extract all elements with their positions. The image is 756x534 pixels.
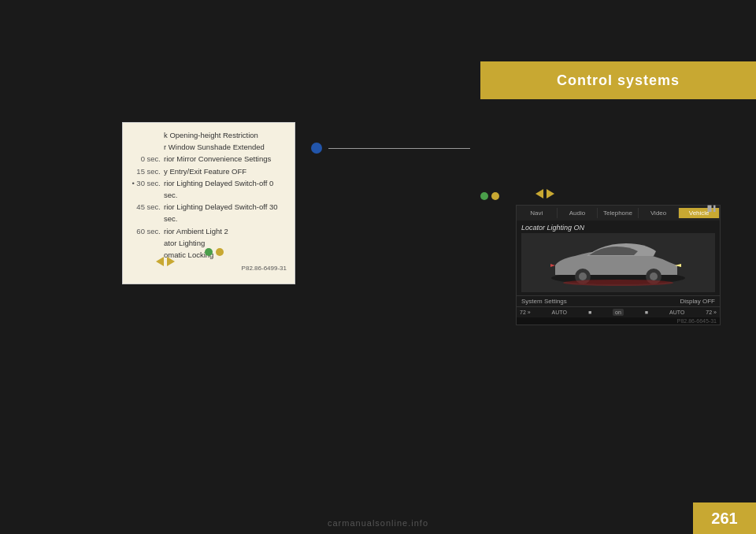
nav-dots-left	[205, 248, 224, 256]
doc-row-1: k Opening-height Restriction	[131, 129, 287, 141]
doc-row-3: 0 sec. rior Mirror Convenience Settings	[131, 153, 287, 165]
locator-text: Locator Lighting ON	[521, 224, 715, 232]
mid-line	[328, 148, 470, 149]
mid-arrow-left-icon[interactable]	[536, 189, 543, 198]
bottom-bar-item-1[interactable]: 72 »	[520, 310, 531, 315]
mid-dot-green	[480, 192, 488, 200]
bottom-bar-item-5[interactable]: ■	[645, 310, 648, 315]
bottom-bar-item-4[interactable]: on	[613, 309, 624, 316]
tab-audio[interactable]: Audio	[558, 208, 598, 218]
bottom-bar-item-6[interactable]: AUTO	[669, 310, 684, 315]
doc-panel: k Opening-height Restriction r Window Su…	[122, 122, 295, 284]
control-systems-tab: Control systems	[480, 61, 756, 99]
bottom-bar-item-2[interactable]: AUTO	[552, 310, 567, 315]
blue-dot	[311, 143, 322, 154]
bottom-bar-item-3[interactable]: ■	[588, 310, 591, 315]
doc-row-2: r Window Sunshade Extended	[131, 141, 287, 153]
nav-dots-mid	[480, 192, 499, 200]
svg-point-2	[579, 273, 587, 280]
mid-section	[311, 140, 470, 154]
tab-video[interactable]: Video	[639, 208, 680, 218]
doc-row-7: 60 sec. rior Ambient Light 2	[131, 225, 287, 237]
control-systems-title: Control systems	[557, 72, 680, 89]
header-bar	[0, 0, 756, 35]
nav-arrows-left[interactable]	[156, 257, 175, 266]
car-display: Navi Audio Telephone Video Vehicle ▐▌▌ L…	[516, 205, 721, 325]
arrow-left-icon[interactable]	[156, 257, 164, 266]
page-number: 261	[693, 502, 756, 534]
car-image-area	[521, 233, 715, 292]
svg-point-4	[650, 273, 658, 280]
car-display-header: Navi Audio Telephone Video Vehicle ▐▌▌	[517, 206, 720, 221]
doc-ref: P82.86-6499-31	[131, 264, 287, 274]
car-ref: P82.86-6645-31	[517, 317, 720, 324]
mid-dot-yellow	[491, 192, 499, 200]
car-display-footer: System Settings Display OFF	[517, 295, 720, 306]
battery-icon: ▐▌▌	[706, 206, 717, 211]
svg-point-5	[563, 280, 673, 286]
doc-row-8: ator Lighting	[131, 237, 287, 249]
bottom-bar-item-7[interactable]: 72 »	[706, 310, 717, 315]
car-display-bottom-bar: 72 » AUTO ■ on ■ AUTO 72 »	[517, 306, 720, 317]
dot-yellow	[216, 248, 224, 256]
system-settings-label[interactable]: System Settings	[521, 298, 567, 305]
car-display-content: Locator Lighting ON	[517, 221, 720, 295]
doc-row-4: 15 sec. y Entry/Exit Feature OFF	[131, 165, 287, 177]
nav-arrows-mid[interactable]	[536, 189, 554, 198]
doc-row-6: 45 sec. rior Lighting Delayed Switch-off…	[131, 201, 287, 224]
dot-green	[205, 248, 213, 256]
mid-arrow-right-icon[interactable]	[547, 189, 554, 198]
watermark: carmanualsonline.info	[328, 518, 428, 528]
car-silhouette	[532, 237, 705, 288]
tab-telephone[interactable]: Telephone	[598, 208, 639, 218]
display-off-label[interactable]: Display OFF	[680, 298, 715, 305]
tab-navi[interactable]: Navi	[517, 208, 558, 218]
arrow-right-icon[interactable]	[167, 257, 175, 266]
doc-row-5: • 30 sec. rior Lighting Delayed Switch-o…	[131, 177, 287, 201]
